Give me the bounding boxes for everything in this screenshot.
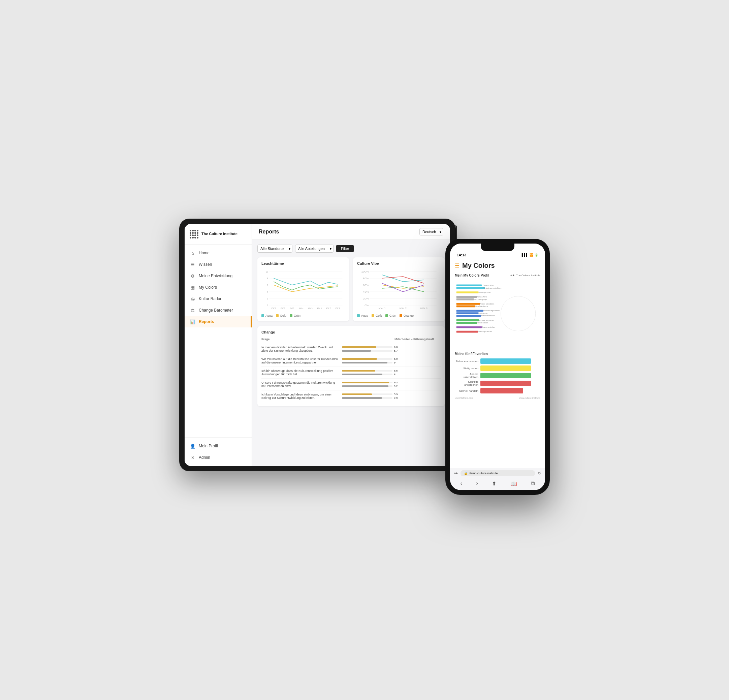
frage-cell: In meinem direkten Arbeitsumfeld werden … xyxy=(261,343,342,355)
svg-rect-46 xyxy=(456,320,479,321)
sidebar-item-kultur-radar[interactable]: ◎ Kultur Radar xyxy=(184,293,252,305)
main-content: Reports Deutsch English Alle Standorte xyxy=(252,224,450,466)
svg-text:60%: 60% xyxy=(363,284,369,287)
reload-icon[interactable]: ↺ xyxy=(538,471,541,476)
svg-rect-45 xyxy=(456,315,481,317)
org-label: The Culture Institute xyxy=(516,274,540,277)
url-bar[interactable]: 🔒 demo.culture.institute xyxy=(460,470,535,476)
fav-item: Schnell handeln xyxy=(455,388,540,394)
table-row: In meinem direkten Arbeitsumfeld werden … xyxy=(261,343,441,355)
hamburger-icon: ☰ xyxy=(455,263,459,269)
signal-icon: ▌▌▌ xyxy=(522,253,528,257)
sidebar-item-wissen[interactable]: ☰ Wissen xyxy=(184,259,252,270)
svg-text:KW 6: KW 6 xyxy=(317,307,322,309)
svg-rect-44 xyxy=(456,312,479,314)
col-mitarbeiter: Mitarbeiter – Führungskraft xyxy=(342,337,441,343)
lang-selector[interactable]: Deutsch English xyxy=(420,228,443,235)
svg-text:Schnell handeln: Schnell handeln xyxy=(477,322,488,324)
forward-button[interactable]: › xyxy=(476,480,478,487)
phone-device: 14:13 ▌▌▌ 🛜 🔋 ☰ My Colors Mein My Colors… xyxy=(445,239,550,495)
sidebar-item-admin[interactable]: ✕ Admin xyxy=(184,452,252,463)
fav-label: Stetig lernen xyxy=(455,367,478,370)
filter-row: Alle Standorte Alle Abteilungen Filter xyxy=(257,245,445,253)
colors-icon: ▦ xyxy=(190,285,195,290)
svg-text:Klärung Werte: Klärung Werte xyxy=(477,296,487,298)
table-row: Ich kann Vorschläge und Ideen einbringen… xyxy=(261,391,441,402)
fav-label: Andere unterstützen xyxy=(455,373,478,379)
abteilungen-select[interactable]: Alle Abteilungen xyxy=(295,245,334,253)
legend-gruen: Grün xyxy=(290,314,301,317)
svg-text:6: 6 xyxy=(267,284,268,286)
fav-label: Schnell handeln xyxy=(455,389,478,392)
svg-rect-41 xyxy=(456,303,481,305)
logo-icon xyxy=(189,229,199,239)
svg-point-35 xyxy=(501,296,535,331)
phone-content: ☰ My Colors Mein My Colors Profil ✦✦ The… xyxy=(450,259,545,468)
table-row: Unsere Führungskräfte gestalten die Kult… xyxy=(261,379,441,391)
svg-rect-43 xyxy=(456,310,484,312)
home-icon: ⌂ xyxy=(190,250,195,256)
lang-select-input[interactable]: Deutsch English xyxy=(420,228,443,235)
abteilungen-wrapper[interactable]: Alle Abteilungen xyxy=(295,245,334,253)
svg-text:Andere unterstützen: Andere unterstützen xyxy=(480,303,495,305)
fav-label: Konflikte ansprechen xyxy=(455,380,478,386)
fav-item: Konflikte ansprechen xyxy=(455,380,540,386)
svg-text:KW 3: KW 3 xyxy=(290,307,295,309)
footer-email: user20@test.com xyxy=(455,397,473,399)
aa-button[interactable]: aA xyxy=(454,472,458,475)
bookmarks-button[interactable]: 📖 xyxy=(510,480,517,487)
svg-rect-49 xyxy=(456,331,478,333)
leuchttuerme-title: Leuchttürme xyxy=(261,261,345,266)
bar-cell: 9.3 9.2 xyxy=(342,379,441,391)
sidebar-item-my-colors[interactable]: ▦ My Colors xyxy=(184,282,252,293)
fav-item: Balance anstreben xyxy=(455,359,540,364)
standorte-select[interactable]: Alle Standorte xyxy=(257,245,292,253)
address-bar: aA 🔒 demo.culture.institute ↺ xyxy=(450,468,545,478)
sidebar-item-home[interactable]: ⌂ Home xyxy=(184,247,252,259)
sidebar-label-colors: My Colors xyxy=(199,285,217,290)
tablet-screen: The Culture Institute ⌂ Home ☰ Wissen ⚙ … xyxy=(184,224,450,466)
bar-cell: 5.9 7.9 xyxy=(342,391,441,402)
svg-text:10: 10 xyxy=(266,270,268,273)
charts-row: Leuchttürme xyxy=(257,257,445,321)
fav-item: Stetig lernen xyxy=(455,366,540,371)
legend-aqua: Aqua xyxy=(261,314,273,317)
fav-label: Balance anstreben xyxy=(455,360,478,363)
leuchttuerme-chart: 10 8 6 4 2 0 KW 1 KW 2 KW 3 xyxy=(261,268,345,312)
admin-icon: ✕ xyxy=(190,455,195,460)
culture-vibe-chart: 100% 80% 60% 40% 20% 0% KW 1 KW 2 KW 3 xyxy=(357,268,441,312)
share-button[interactable]: ⬆ xyxy=(492,480,496,487)
svg-text:100%: 100% xyxy=(362,270,369,273)
profile-label: Mein My Colors Profil xyxy=(455,273,489,277)
frage-cell: Ich kann Vorschläge und Ideen einbringen… xyxy=(261,391,342,402)
phone-title: My Colors xyxy=(462,262,495,270)
tabs-button[interactable]: ⧉ xyxy=(531,480,534,487)
phone-bottom-bar: aA 🔒 demo.culture.institute ↺ ‹ › ⬆ 📖 ⧉ xyxy=(450,468,545,490)
sidebar-item-mein-profil[interactable]: 👤 Mein Profil xyxy=(184,440,252,452)
change-card: Change Frage Mitarbeiter – Führungskraft… xyxy=(257,326,445,406)
svg-text:KW 4: KW 4 xyxy=(299,307,304,309)
sidebar-nav: ⌂ Home ☰ Wissen ⚙ Meine Entwicklung ▦ My… xyxy=(184,245,252,437)
tablet-device: The Culture Institute ⌂ Home ☰ Wissen ⚙ … xyxy=(179,219,456,471)
sidebar-label-entwicklung: Meine Entwicklung xyxy=(199,273,232,278)
standorte-wrapper[interactable]: Alle Standorte xyxy=(257,245,292,253)
sidebar-item-reports[interactable]: 📊 Reports xyxy=(184,316,252,327)
svg-text:KW 5: KW 5 xyxy=(308,307,313,309)
profile-section: Mein My Colors Profil ✦✦ The Culture Ins… xyxy=(455,273,540,347)
svg-text:Handlungs sicher: Handlungs sicher xyxy=(479,292,491,293)
culture-vibe-legend: Aqua Gelb Grün xyxy=(357,314,441,317)
svg-text:Erfahrung aufbauen: Erfahrung aufbauen xyxy=(478,331,492,333)
profile-chart-area: Systems siften Veränderung ermöglichen H… xyxy=(455,280,540,347)
sidebar-label-admin: Admin xyxy=(199,455,210,460)
svg-text:Veränderung ermöglichen: Veränderung ermöglichen xyxy=(484,288,502,289)
svg-text:KW 2: KW 2 xyxy=(399,307,407,310)
legend-gelb: Gelb xyxy=(276,314,286,317)
svg-text:KW 3: KW 3 xyxy=(420,307,428,310)
sidebar-item-change-barometer[interactable]: ⚖ Change Barometer xyxy=(184,305,252,316)
filter-button[interactable]: Filter xyxy=(336,245,354,252)
fav-bar xyxy=(481,373,531,378)
back-button[interactable]: ‹ xyxy=(460,480,462,487)
sidebar-item-meine-entwicklung[interactable]: ⚙ Meine Entwicklung xyxy=(184,270,252,282)
svg-rect-39 xyxy=(456,296,477,298)
sidebar-label-radar: Kultur Radar xyxy=(199,296,221,301)
